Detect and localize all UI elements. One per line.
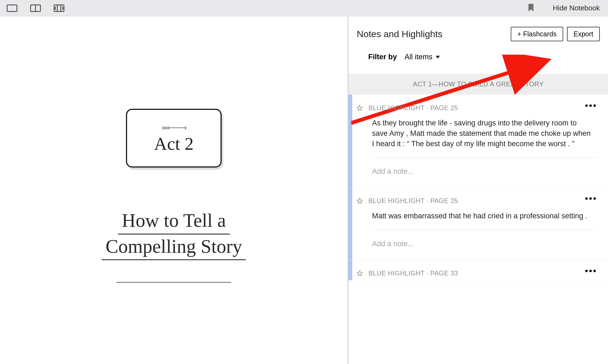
chapter-subtitle: How to Tell a Compelling Story — [102, 209, 246, 283]
fit-screen-icon[interactable] — [52, 4, 66, 13]
subtitle-rule — [116, 282, 231, 283]
toolbar-right-group: Hide Notebook — [528, 3, 603, 13]
decorative-arrow-icon: ››››——› — [162, 122, 186, 132]
notebook-pane: Notes and Highlights + Flashcards Export… — [348, 16, 608, 364]
highlight-item: ☆ BLUE HIGHLIGHT · PAGE 33 ••• — [348, 260, 608, 280]
reader-pane: ››››——› Act 2 How to Tell a Compelling S… — [0, 16, 348, 364]
bookmark-icon[interactable] — [528, 3, 534, 13]
chevron-down-icon — [436, 56, 440, 58]
highlight-item: ☆ BLUE HIGHLIGHT · PAGE 25 ••• Matt was … — [348, 187, 608, 260]
highlight-color-bar — [348, 95, 352, 187]
top-toolbar: Hide Notebook — [0, 0, 608, 16]
more-options-icon[interactable]: ••• — [585, 269, 597, 273]
notebook-header-buttons: + Flashcards Export — [511, 27, 600, 41]
toolbar-left-group — [5, 4, 66, 13]
main-split: ››››——› Act 2 How to Tell a Compelling S… — [0, 16, 608, 364]
svg-rect-0 — [7, 5, 17, 11]
filter-value: All items — [404, 53, 432, 61]
highlight-color-bar — [348, 187, 352, 260]
section-header: ACT 1—HOW TO BUILD A GREAT STORY — [348, 74, 608, 95]
svg-rect-3 — [54, 5, 64, 11]
subtitle-line-2: Compelling Story — [102, 234, 246, 260]
more-options-icon[interactable]: ••• — [585, 197, 597, 201]
highlight-text: Matt was embarrassed that he had cried i… — [356, 205, 597, 230]
star-icon[interactable]: ☆ — [356, 104, 363, 112]
filter-bar: Filter by All items — [357, 41, 600, 74]
single-page-view-icon[interactable] — [5, 4, 19, 13]
add-note-input[interactable]: Add a note... — [356, 230, 597, 260]
highlight-meta: BLUE HIGHLIGHT · PAGE 25 — [368, 104, 458, 112]
highlight-color-bar — [348, 260, 352, 280]
flashcards-button[interactable]: + Flashcards — [511, 27, 563, 41]
export-button[interactable]: Export — [567, 27, 600, 41]
highlight-item: ☆ BLUE HIGHLIGHT · PAGE 25 ••• As they b… — [348, 95, 608, 187]
more-options-icon[interactable]: ••• — [585, 104, 597, 108]
star-icon[interactable]: ☆ — [356, 269, 363, 277]
subtitle-line-1: How to Tell a — [118, 209, 230, 234]
notebook-title: Notes and Highlights — [357, 29, 442, 39]
filter-dropdown[interactable]: All items — [404, 53, 440, 61]
highlight-meta: BLUE HIGHLIGHT · PAGE 25 — [368, 197, 458, 205]
act-title: Act 2 — [154, 133, 194, 154]
notebook-header: Notes and Highlights + Flashcards Export… — [348, 16, 608, 74]
add-note-input[interactable]: Add a note... — [356, 157, 597, 187]
filter-label: Filter by — [368, 53, 397, 61]
act-card: ››››——› Act 2 — [126, 109, 222, 168]
highlight-text: As they brought the life - saving drugs … — [356, 112, 597, 157]
page-content: ››››——› Act 2 How to Tell a Compelling S… — [97, 98, 250, 283]
two-page-view-icon[interactable] — [29, 4, 42, 13]
star-icon[interactable]: ☆ — [356, 197, 363, 205]
highlight-meta: BLUE HIGHLIGHT · PAGE 33 — [368, 269, 458, 277]
highlight-list: ☆ BLUE HIGHLIGHT · PAGE 25 ••• As they b… — [348, 95, 608, 364]
hide-notebook-button[interactable]: Hide Notebook — [550, 3, 603, 13]
